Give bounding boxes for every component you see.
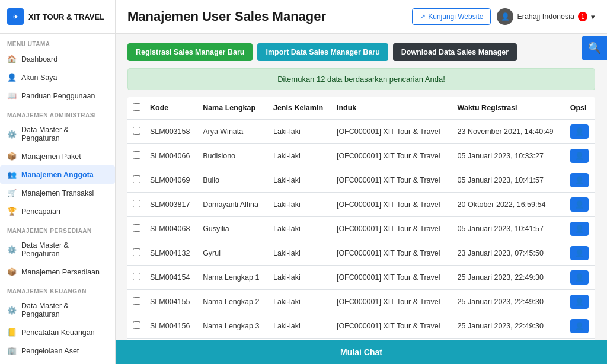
external-link-icon: ↗	[420, 12, 426, 21]
row-checkbox[interactable]	[133, 321, 140, 329]
import-data-button[interactable]: Import Data Sales Manager Baru	[257, 43, 388, 61]
sidebar-item-dashboard[interactable]: 🏠 Dashboard	[0, 50, 115, 68]
row-checkbox-cell	[127, 241, 145, 266]
sidebar-item-manajemen-anggota[interactable]: 👥 Manajemen Anggota	[0, 165, 115, 184]
sidebar: ✈ XIT TOUR & TRAVEL MENU UTAMA 🏠 Dashboa…	[0, 0, 116, 364]
chevron-down-icon: ▾	[591, 12, 595, 21]
action-button[interactable]: 👤	[570, 270, 589, 285]
sidebar-item-label: Pencapaian	[21, 207, 60, 216]
visit-website-button[interactable]: ↗ Kunjungi Website	[412, 8, 491, 25]
data-table-container: Kode Nama Lengkap Jenis Kelamin Induk Wa…	[127, 97, 595, 364]
cell-waktu: 25 Januari 2023, 22:49:30	[453, 314, 566, 339]
toolbar: Registrasi Sales Manager Baru Import Dat…	[127, 43, 595, 61]
package-icon-2: 📦	[7, 267, 17, 276]
sidebar-logo: ✈ XIT TOUR & TRAVEL	[0, 0, 115, 34]
table-row: SLM004069 Bulio Laki-laki [OFC000001] XI…	[127, 168, 595, 193]
row-checkbox[interactable]	[133, 273, 140, 280]
action-button[interactable]: 👤	[570, 149, 589, 163]
action-button[interactable]: 👤	[570, 197, 589, 212]
sidebar-item-label: Panduan Penggunaan	[21, 92, 95, 100]
cell-jenis: Laki-laki	[269, 119, 332, 144]
download-data-button[interactable]: Download Data Sales Manager	[393, 43, 517, 61]
cell-waktu: 05 Januari 2023, 10:41:57	[453, 168, 566, 193]
action-button[interactable]: 👤	[570, 173, 589, 187]
th-kode: Kode	[145, 97, 198, 119]
row-checkbox[interactable]	[133, 297, 140, 305]
building-icon: 🏢	[7, 346, 17, 355]
sidebar-item-pengelolaan-aset[interactable]: 🏢 Pengelolaan Aset	[0, 341, 115, 360]
action-button[interactable]: 👤	[570, 319, 589, 333]
sidebar-item-label: Pengelolaan Aset	[21, 347, 79, 355]
cell-opsi: 👤	[566, 119, 595, 144]
sidebar-item-data-master-keuangan[interactable]: ⚙️ Data Master & Pengaturan	[0, 297, 115, 323]
cell-kode: SLM003158	[145, 119, 198, 144]
sidebar-item-label: Dashboard	[21, 55, 57, 63]
row-checkbox[interactable]	[133, 224, 140, 232]
user-menu[interactable]: 👤 Erahajj Indonesia 1 ▾	[497, 8, 595, 25]
cell-nama: Budisiono	[198, 144, 269, 168]
row-checkbox[interactable]	[133, 200, 140, 207]
mulai-chat-button[interactable]: Mulai Chat	[116, 340, 607, 364]
row-checkbox[interactable]	[133, 151, 140, 159]
sidebar-item-data-master-admin[interactable]: ⚙️ Data Master & Pengaturan	[0, 121, 115, 147]
select-all-checkbox[interactable]	[133, 103, 140, 111]
cell-opsi: 👤	[566, 217, 595, 241]
search-panel[interactable]: 🔍	[582, 36, 607, 60]
sidebar-item-pencapaian[interactable]: 🏆 Pencapaian	[0, 202, 115, 221]
th-nama: Nama Lengkap	[198, 97, 269, 119]
user-icon: 👤	[7, 73, 17, 82]
table-row: SLM003817 Damayanti Alfina Laki-laki [OF…	[127, 193, 595, 217]
action-button[interactable]: 👤	[570, 295, 589, 309]
sidebar-item-label: Manajemen Transaksi	[21, 189, 94, 197]
cell-nama: Nama Lengkap 3	[198, 314, 269, 339]
sidebar-item-pencatatan-keuangan[interactable]: 📒 Pencatatan Keuangan	[0, 323, 115, 341]
sidebar-item-label: Pencatatan Keuangan	[21, 328, 95, 337]
cell-waktu: 05 Januari 2023, 10:41:57	[453, 217, 566, 241]
sidebar-item-manajemen-paket[interactable]: 📦 Manajemen Paket	[0, 147, 115, 165]
main-content: Manajemen User Sales Manager ↗ Kunjungi …	[116, 0, 607, 364]
ledger-icon: 📒	[7, 328, 17, 337]
sidebar-item-akun-saya[interactable]: 👤 Akun Saya	[0, 68, 115, 87]
sidebar-item-manajemen-transaksi[interactable]: 🛒 Manajemen Transaksi	[0, 184, 115, 202]
cell-induk: [OFC000001] XIT Tour & Travel	[332, 314, 453, 339]
row-checkbox-cell	[127, 144, 145, 168]
table-row: SLM004066 Budisiono Laki-laki [OFC000001…	[127, 144, 595, 168]
table-row: SLM004155 Nama Lengkap 2 Laki-laki [OFC0…	[127, 290, 595, 314]
sidebar-item-data-master-persediaan[interactable]: ⚙️ Data Master & Pengaturan	[0, 237, 115, 263]
section-label-keuangan: MANAJEMEN KEUANGAN	[0, 281, 115, 297]
sidebar-item-label: Data Master & Pengaturan	[21, 241, 108, 258]
cell-kode: SLM004155	[145, 290, 198, 314]
cell-jenis: Laki-laki	[269, 314, 332, 339]
row-checkbox[interactable]	[133, 127, 140, 135]
trophy-icon: 🏆	[7, 207, 17, 216]
action-button[interactable]: 👤	[570, 222, 589, 236]
sidebar-item-label: Manajemen Paket	[21, 152, 81, 161]
table-header-row: Kode Nama Lengkap Jenis Kelamin Induk Wa…	[127, 97, 595, 119]
sidebar-item-manajemen-persediaan[interactable]: 📦 Manajemen Persediaan	[0, 263, 115, 281]
cell-jenis: Laki-laki	[269, 241, 332, 266]
cell-induk: [OFC000001] XIT Tour & Travel	[332, 290, 453, 314]
register-sales-button[interactable]: Registrasi Sales Manager Baru	[127, 43, 253, 61]
row-checkbox[interactable]	[133, 175, 140, 183]
row-checkbox-cell	[127, 168, 145, 193]
table-body: SLM003158 Arya Winata Laki-laki [OFC0000…	[127, 119, 595, 364]
sidebar-item-laporan-keuangan[interactable]: 📊 Laporan Keuangan	[0, 360, 115, 364]
cell-waktu: 25 Januari 2023, 22:49:30	[453, 290, 566, 314]
cell-jenis: Laki-laki	[269, 266, 332, 290]
cell-kode: SLM004069	[145, 168, 198, 193]
row-checkbox[interactable]	[133, 248, 140, 256]
action-button[interactable]: 👤	[570, 124, 589, 139]
action-button[interactable]: 👤	[570, 246, 589, 260]
cell-kode: SLM004066	[145, 144, 198, 168]
cell-jenis: Laki-laki	[269, 217, 332, 241]
gear-icon: ⚙️	[7, 130, 17, 139]
cell-waktu: 05 Januari 2023, 10:33:27	[453, 144, 566, 168]
row-checkbox-cell	[127, 266, 145, 290]
cell-nama: Gyrui	[198, 241, 269, 266]
row-checkbox-cell	[127, 193, 145, 217]
cell-nama: Nama Lengkap 2	[198, 290, 269, 314]
section-label-admin: MANAJEMEN ADMINISTRASI	[0, 105, 115, 121]
th-checkbox	[127, 97, 145, 119]
sidebar-item-panduan[interactable]: 📖 Panduan Penggunaan	[0, 87, 115, 105]
search-icon: 🔍	[588, 41, 601, 55]
